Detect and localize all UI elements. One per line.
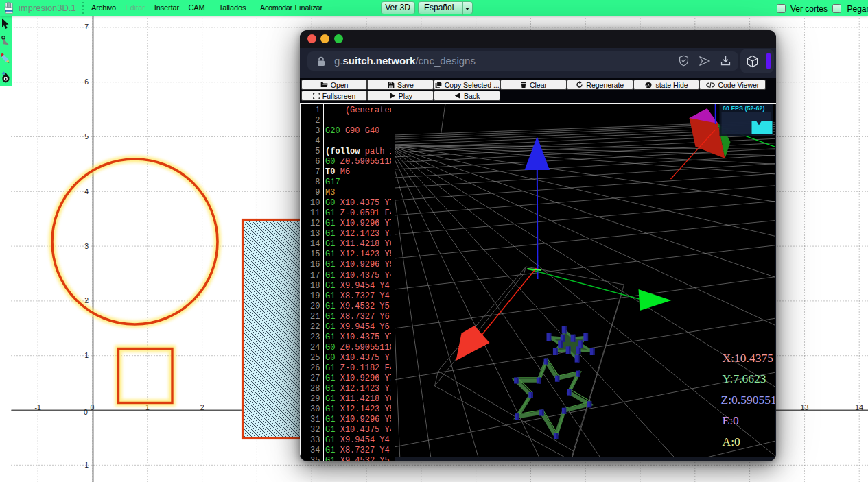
svg-text:0: 0	[91, 403, 95, 411]
svg-text:6: 6	[84, 77, 89, 86]
svg-text:-1: -1	[35, 403, 41, 411]
svg-text:2: 2	[200, 403, 204, 411]
svg-text:4: 4	[84, 187, 89, 195]
svg-text:5: 5	[84, 132, 89, 141]
svg-text:A:0: A:0	[722, 435, 740, 448]
svg-text:0: 0	[84, 408, 88, 416]
svg-text:3: 3	[84, 242, 89, 250]
svg-text:-1: -1	[82, 461, 89, 469]
svg-text:7: 7	[84, 23, 89, 31]
svg-text:60 FPS (52-62): 60 FPS (52-62)	[723, 105, 765, 112]
svg-text:X:10.4375: X:10.4375	[722, 351, 773, 365]
svg-text:13: 13	[801, 403, 809, 411]
svg-text:1: 1	[84, 351, 89, 359]
svg-text:14: 14	[855, 403, 863, 411]
svg-text:Y:7.6623: Y:7.6623	[722, 372, 766, 385]
svg-text:Z:0.590551: Z:0.590551	[720, 393, 775, 407]
svg-text:E:0: E:0	[722, 413, 739, 427]
